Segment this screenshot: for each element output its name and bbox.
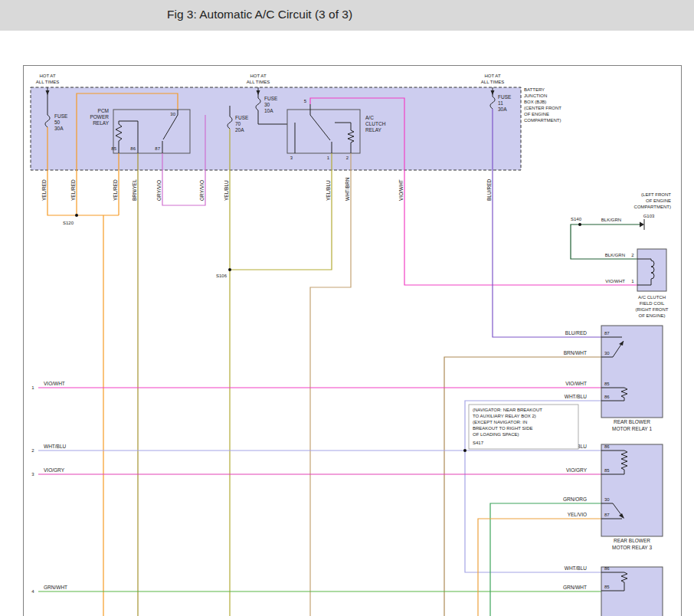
wire-number: 1 [31, 385, 34, 390]
wire-color-label: GRN/WHT [563, 585, 587, 590]
splice-dot-s106 [228, 268, 231, 271]
hot-label: HOT AT [39, 74, 55, 78]
pin-number: 30 [604, 351, 610, 356]
field-coil-name: OF ENGINE) [638, 313, 665, 318]
wire-color-label: VIO/WHT [44, 381, 65, 386]
bjb-label-line: BOX (BJB) [524, 100, 546, 104]
pin-number: 86 [604, 395, 610, 399]
fuse-label: 11 [498, 100, 503, 106]
fuse-label: 30 [264, 102, 270, 107]
wire-color-label: GRY/VIO [156, 180, 162, 201]
note-line: S417 [473, 441, 484, 445]
splice-dot-s417 [463, 449, 466, 452]
wire-color-label: YEL/RED [41, 179, 47, 201]
relay3-box [601, 444, 663, 536]
hot-label: ALL TIMES [36, 80, 59, 84]
wire-color-label: BLU/RED [565, 330, 587, 336]
fuse-label: 70 [235, 121, 241, 126]
rear-blower-motor-relay-3: 86 85 30 87 REAR BLOWER MOTOR RELAY 3 [601, 444, 663, 550]
bjb-callout: BATTERY JUNCTION BOX (BJB) (CENTER FRONT… [524, 87, 561, 123]
wire-grn-org [490, 503, 601, 616]
wire-color-label: BLK/GRN [605, 253, 625, 257]
fuse-label: FUSE [235, 115, 249, 120]
hot-label: ALL TIMES [481, 80, 504, 84]
pin-number: 87 [604, 331, 610, 336]
splice-dot-s120 [75, 214, 78, 217]
field-coil-name: A/C CLUTCH [638, 295, 666, 300]
relay1-box [601, 326, 663, 418]
wire-color-label: VIO/GRY [44, 467, 65, 473]
field-coil-name: FIELD COIL [640, 301, 665, 306]
splice-label: S140 [571, 217, 582, 221]
note-line: TO AUXILIARY RELAY BOX 2) [473, 414, 536, 418]
hot-label: HOT AT [250, 74, 266, 78]
wire-number: 3 [31, 472, 34, 477]
ground-location: COMPARTMENT) [634, 205, 671, 209]
wiring-diagram: HOT AT ALL TIMES HOT AT ALL TIMES HOT AT… [0, 0, 694, 616]
note-line: BREAKOUT TO RIGHT SIDE [473, 426, 533, 431]
hot-label: HOT AT [484, 74, 500, 78]
splice-dot-s140 [578, 223, 581, 226]
fuse-label: 30A [498, 106, 507, 112]
pin-number: 2 [631, 253, 634, 257]
bjb-label-line: OF ENGINE [524, 112, 549, 116]
pin-number: 85 [604, 382, 610, 386]
ground-location: (LEFT FRONT [641, 192, 671, 197]
wire-number: 2 [31, 448, 34, 453]
wire-wht-brn [310, 153, 351, 616]
note-line: OF LOADING SPACE) [473, 432, 519, 437]
wire-color-label: WHT/BLU [44, 444, 67, 449]
note-line: (EXCEPT NAVIGATOR: IN [473, 420, 527, 424]
pin-number: 87 [155, 146, 160, 151]
fuse-label: FUSE [54, 113, 68, 119]
wire-color-label: BRN/YEL [132, 179, 137, 201]
pcm-relay-name: POWER [90, 114, 109, 120]
hot-at-all-times-label: HOT AT ALL TIMES [247, 74, 270, 84]
wire-color-label: WHT/BRN [345, 177, 350, 201]
wire-color-label: YEL/RED [113, 179, 118, 201]
bjb-label-line: COMPARTMENT) [524, 118, 561, 123]
wire-color-label: BLK/GRN [601, 218, 621, 222]
rear-blower-motor-relay-bottom: 86 85 [601, 566, 663, 616]
bjb-label-line: BATTERY [524, 87, 545, 92]
pin-number: 1 [631, 279, 634, 283]
ground-id-label: G103 [643, 214, 655, 218]
fuse-label: 30A [54, 126, 64, 131]
wire-color-label: VIO/WHT [565, 381, 587, 386]
wire-color-label: YEL/BLU [224, 180, 229, 201]
pin-number: 86 [604, 444, 610, 449]
relay1-name: REAR BLOWER [614, 419, 650, 424]
ground-location: OF ENGINE [646, 198, 671, 203]
wire-color-label: WHT/BLU [565, 565, 588, 571]
pin-number: 85 [111, 146, 116, 151]
relay3-name: REAR BLOWER [614, 538, 650, 543]
wire-color-label: GRN/WHT [44, 585, 67, 590]
wire-color-label: GRN/ORG [563, 496, 587, 502]
pin-number: 30 [604, 497, 610, 502]
fuse-label: 50 [54, 120, 61, 125]
pcm-relay-name: RELAY [93, 120, 109, 126]
ground-arrow-icon [640, 222, 644, 228]
ac-relay-name: RELAY [365, 127, 381, 133]
wire-yel-blu-pin1 [230, 153, 332, 270]
ac-relay-name: A/C [365, 115, 374, 120]
relay1-name: MOTOR RELAY 1 [612, 426, 652, 431]
field-coil-name: (RIGHT FRONT [636, 307, 669, 312]
ac-relay-name: CLUTCH [365, 121, 386, 126]
pin-number: 86 [130, 146, 136, 151]
pin-number: 85 [604, 468, 610, 473]
rear-blower-motor-relay-1: 87 30 85 86 REAR BLOWER MOTOR RELAY 1 [601, 326, 663, 431]
bjb-label-line: (CENTER FRONT [524, 106, 561, 110]
hot-at-all-times-label: HOT AT ALL TIMES [36, 74, 59, 84]
splice-label: S106 [216, 274, 228, 278]
pin-number: 85 [604, 585, 610, 589]
hot-label: ALL TIMES [247, 80, 270, 84]
wire-number: 4 [31, 589, 34, 594]
bjb-label-line: JUNCTION [524, 93, 547, 98]
wire-color-label: BRN/WHT [564, 350, 587, 356]
pcm-relay-box [113, 110, 190, 153]
wire-color-label: VIO/GRY [566, 467, 588, 473]
relay-wire-labels: BLU/RED BRN/WHT VIO/WHT WHT/BLU WHT/BLU … [563, 330, 588, 590]
left-connector-wires: 1 VIO/WHT 2 WHT/BLU 3 VIO/GRY 4 GRN/WHT [31, 381, 67, 594]
note-line: (NAVIGATOR: NEAR BREAKOUT [473, 408, 542, 412]
